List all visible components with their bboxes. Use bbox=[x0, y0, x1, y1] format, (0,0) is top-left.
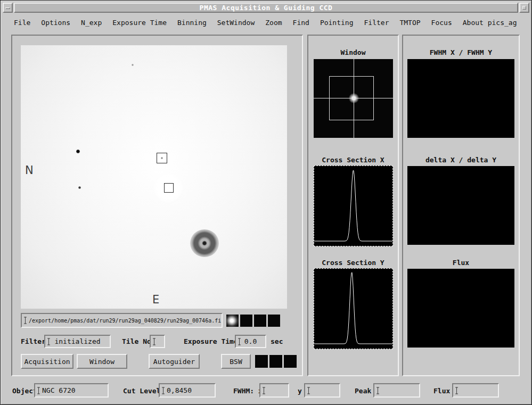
fwhm-display bbox=[407, 59, 514, 138]
acquisition-button-label: Acquisition bbox=[24, 358, 70, 366]
bottom-bar: Object NGC 6720 Cut Levels 0,8450 FWHM: … bbox=[3, 376, 529, 403]
status-indicator-2 bbox=[269, 355, 282, 368]
window-button[interactable]: Window bbox=[77, 354, 127, 369]
text-caret bbox=[37, 386, 40, 394]
guide-window-box bbox=[329, 76, 374, 120]
delta-display-title: delta X / delta Y bbox=[403, 156, 519, 164]
text-caret bbox=[152, 337, 156, 345]
text-caret bbox=[47, 337, 51, 345]
bsw-button-label: BSW bbox=[230, 358, 242, 366]
titlebar[interactable]: PMAS Acquisition & Guiding CCD bbox=[14, 3, 518, 13]
menu-zoom[interactable]: Zoom bbox=[265, 19, 282, 27]
tile-thumbnail-3[interactable] bbox=[254, 315, 266, 327]
exposure-time-value: 0.0 bbox=[244, 337, 257, 345]
app-window: PMAS Acquisition & Guiding CCD File Opti… bbox=[0, 0, 532, 405]
menu-n-exp[interactable]: N_exp bbox=[81, 19, 102, 27]
fwhm-x-field[interactable] bbox=[259, 383, 289, 398]
ring-nebula bbox=[190, 229, 219, 257]
text-caret bbox=[307, 386, 310, 394]
flux-label: Flux bbox=[433, 387, 450, 395]
fwhm-x-label: FWHM: x bbox=[233, 387, 263, 395]
cut-levels-value: 0,8450 bbox=[167, 386, 192, 394]
peak-label: Peak bbox=[355, 387, 371, 395]
north-label: N bbox=[25, 164, 34, 177]
exposure-time-label: Exposure Time bbox=[184, 337, 238, 345]
autoguider-button[interactable]: Autoguider bbox=[149, 354, 200, 369]
window-maximize-button[interactable] bbox=[519, 3, 529, 13]
status-indicator-3 bbox=[284, 355, 297, 368]
window-menu-icon bbox=[5, 7, 10, 9]
east-label: E bbox=[152, 293, 159, 306]
menu-setwindow[interactable]: SetWindow bbox=[217, 19, 255, 27]
menu-find[interactable]: Find bbox=[293, 19, 309, 27]
guide-window-display bbox=[314, 59, 393, 138]
object-field[interactable]: NGC 6720 bbox=[34, 383, 109, 398]
field-star-3 bbox=[132, 64, 134, 66]
maximize-icon bbox=[522, 6, 526, 10]
sec-unit-label: sec bbox=[271, 337, 283, 345]
flux-display bbox=[407, 269, 514, 348]
cross-section-y-curve bbox=[314, 269, 392, 349]
window-title: PMAS Acquisition & Guiding CCD bbox=[200, 4, 333, 12]
object-value: NGC 6720 bbox=[42, 386, 76, 394]
menu-binning[interactable]: Binning bbox=[177, 19, 207, 27]
tile-thumbnails bbox=[226, 315, 280, 327]
menu-options[interactable]: Options bbox=[41, 19, 70, 27]
tile-no-label: Tile No bbox=[122, 337, 151, 345]
text-caret bbox=[455, 386, 459, 394]
menu-about-pics-ag[interactable]: About pics_ag bbox=[463, 19, 517, 27]
tile-thumbnail-4[interactable] bbox=[268, 315, 280, 327]
tile-no-field[interactable] bbox=[150, 335, 165, 348]
status-indicator-1 bbox=[255, 355, 268, 368]
file-path-field[interactable]: /export/home/pmas/dat/run29/run29ag_0408… bbox=[21, 313, 223, 328]
peak-field[interactable] bbox=[373, 383, 420, 398]
filter-value: initialized bbox=[54, 337, 100, 345]
menu-focus[interactable]: Focus bbox=[431, 19, 452, 27]
menu-exposure-time[interactable]: Exposure Time bbox=[112, 19, 167, 27]
text-caret bbox=[238, 337, 241, 345]
window-menu-button[interactable] bbox=[3, 3, 13, 13]
tile-thumbnail-2[interactable] bbox=[240, 315, 252, 327]
menu-file[interactable]: File bbox=[14, 19, 30, 27]
menu-tmtop[interactable]: TMTOP bbox=[399, 19, 420, 27]
guide-box-marker-1[interactable] bbox=[157, 153, 167, 163]
menu-filter[interactable]: Filter bbox=[364, 19, 389, 27]
text-caret bbox=[161, 386, 165, 394]
delta-display bbox=[407, 166, 514, 245]
tile-thumbnail-1[interactable] bbox=[226, 315, 239, 327]
marker-star-dot bbox=[161, 157, 163, 159]
fwhm-y-field[interactable] bbox=[304, 383, 340, 398]
text-caret bbox=[23, 317, 27, 325]
image-panel: N E /export/home/pmas/dat/run29/run29ag_… bbox=[11, 35, 303, 376]
cross-section-y-title: Cross Section Y bbox=[308, 259, 398, 267]
menubar: File Options N_exp Exposure Time Binning… bbox=[3, 15, 529, 30]
fwhm-y-label: y bbox=[298, 387, 302, 395]
cross-section-y-plot bbox=[314, 268, 393, 349]
cut-levels-field[interactable]: 0,8450 bbox=[159, 383, 216, 398]
acquisition-button[interactable]: Acquisition bbox=[21, 354, 73, 369]
object-label: Object bbox=[12, 387, 37, 395]
flux-display-title: Flux bbox=[403, 259, 519, 267]
fwhm-display-title: FWHM X / FWHM Y bbox=[403, 48, 519, 56]
guide-displays-panel: Window Cross Section X Cross Section Y bbox=[307, 35, 399, 376]
bsw-button[interactable]: BSW bbox=[221, 354, 251, 369]
window-display-title: Window bbox=[308, 48, 398, 56]
flux-field[interactable] bbox=[452, 383, 499, 398]
text-caret bbox=[376, 386, 380, 394]
window-button-label: Window bbox=[89, 358, 114, 366]
stats-panel: FWHM X / FWHM Y delta X / delta Y Flux bbox=[402, 35, 520, 376]
file-path-value: /export/home/pmas/dat/run29/run29ag_0408… bbox=[29, 318, 221, 324]
ccd-image-display[interactable]: N E bbox=[21, 45, 287, 309]
field-star-2 bbox=[78, 186, 81, 189]
field-star-1 bbox=[76, 150, 80, 153]
filter-field[interactable]: initialized bbox=[44, 335, 111, 348]
cross-section-x-plot bbox=[314, 166, 393, 246]
exposure-time-field[interactable]: 0.0 bbox=[235, 335, 266, 348]
cross-section-x-title: Cross Section X bbox=[308, 156, 398, 164]
cross-section-x-curve bbox=[314, 166, 392, 246]
status-indicators bbox=[255, 355, 297, 368]
menu-pointing[interactable]: Pointing bbox=[320, 19, 354, 27]
autoguider-button-label: Autoguider bbox=[153, 358, 195, 366]
text-caret bbox=[262, 386, 266, 394]
guide-box-marker-2[interactable] bbox=[164, 183, 174, 193]
